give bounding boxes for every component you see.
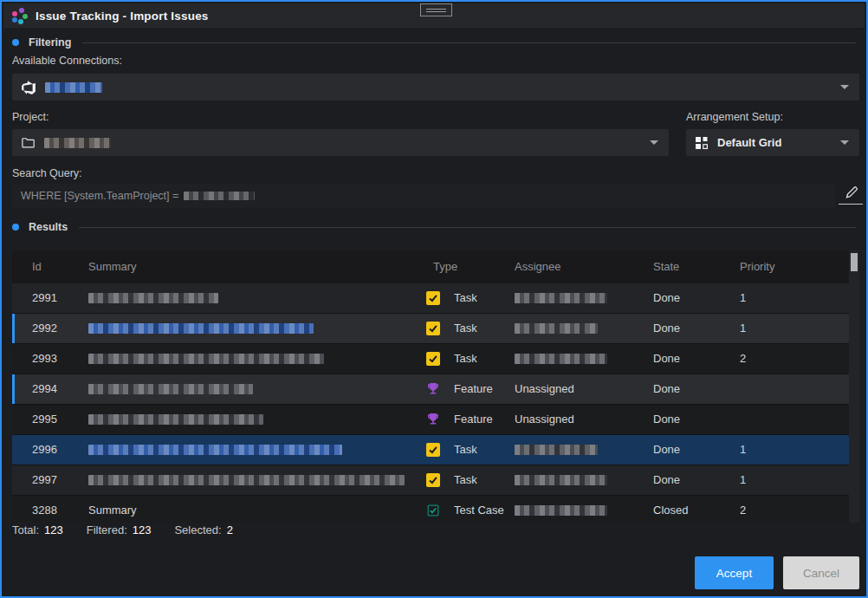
connections-label: Available Connections: (12, 55, 122, 67)
filtering-section-title: Filtering (29, 36, 71, 49)
caret-down-icon (840, 85, 849, 89)
scrollbar-thumb[interactable] (851, 253, 858, 271)
grid-header: Id Summary Type Assignee State Priority (12, 250, 859, 283)
results-section-header: Results (12, 221, 856, 233)
redacted-summary (88, 354, 324, 364)
cell-summary (88, 314, 314, 345)
cell-id: 2995 (32, 405, 57, 434)
edit-query-button[interactable] (839, 180, 864, 205)
cell-priority: 1 (740, 435, 746, 465)
caret-down-icon (840, 140, 849, 145)
redacted-assignee (515, 505, 607, 516)
feature-trophy-icon (426, 382, 440, 396)
task-icon-cell (426, 352, 440, 366)
results-grid: Id Summary Type Assignee State Priority … (12, 250, 859, 523)
cell-state: Done (653, 314, 680, 343)
redacted-summary (88, 445, 342, 455)
redacted-summary (88, 475, 405, 485)
edit-underline (839, 204, 863, 205)
cell-type: Task (454, 435, 477, 465)
import-issues-dialog: Issue Tracking - Import Issues Filtering… (0, 0, 868, 598)
task-check-icon (426, 291, 440, 305)
azure-devops-icon (21, 80, 36, 95)
cancel-button[interactable]: Cancel (783, 556, 859, 589)
cell-priority: 2 (740, 496, 746, 523)
redacted-assignee (515, 323, 598, 334)
cell-summary (88, 374, 253, 406)
grid-rows: 2991TaskDone12992TaskDone12993TaskDone22… (12, 283, 859, 523)
search-query-redacted (184, 192, 255, 200)
vertical-scrollbar[interactable] (849, 250, 859, 523)
connection-name-redacted (45, 82, 102, 93)
cell-assignee (515, 344, 607, 375)
table-row[interactable]: 2992TaskDone1 (12, 314, 859, 344)
redacted-summary (88, 384, 253, 394)
cell-type: Task (454, 344, 477, 374)
task-check-icon (426, 352, 440, 366)
total-value: 123 (44, 523, 63, 536)
cell-state: Done (653, 435, 680, 465)
task-icon-cell (426, 473, 440, 487)
task-icon-cell (426, 322, 440, 335)
cell-state: Closed (653, 496, 688, 523)
arrangement-select[interactable]: Default Grid (686, 129, 859, 156)
column-header-state[interactable]: State (653, 260, 679, 273)
feature-trophy-icon (426, 413, 440, 426)
cell-summary (88, 344, 324, 375)
filtered-value: 123 (133, 523, 152, 536)
caret-down-icon (650, 140, 658, 145)
column-header-id[interactable]: Id (32, 260, 42, 273)
cell-assignee (515, 435, 598, 466)
project-label: Project: (12, 111, 49, 123)
search-query-text: WHERE [System.TeamProject] = (21, 190, 178, 202)
cell-id: 2996 (32, 435, 57, 465)
cell-assignee (515, 283, 607, 315)
cell-summary (88, 465, 405, 497)
cell-summary: Summary (88, 496, 137, 523)
selected-label: Selected: (174, 523, 221, 536)
cell-assignee: Unassigned (515, 405, 574, 434)
redacted-summary (88, 323, 314, 334)
test-case-icon (426, 504, 440, 517)
table-row[interactable]: 2996TaskDone1 (12, 435, 859, 465)
cell-priority: 1 (740, 465, 746, 495)
cell-id: 3288 (32, 496, 57, 523)
table-row[interactable]: 2994FeatureUnassignedDone (12, 374, 859, 405)
cell-summary (88, 405, 263, 436)
dock-handle[interactable] (420, 3, 452, 16)
search-query-label: Search Query: (12, 167, 82, 179)
cell-state: Done (653, 283, 680, 313)
table-row[interactable]: 2995FeatureUnassignedDone (12, 405, 859, 435)
cell-state: Done (653, 374, 680, 404)
accept-button[interactable]: Accept (695, 556, 774, 589)
table-row[interactable]: 2991TaskDone1 (12, 283, 859, 314)
redacted-assignee (515, 475, 607, 485)
column-header-summary[interactable]: Summary (88, 260, 137, 273)
column-header-type[interactable]: Type (433, 260, 457, 273)
arrangement-label: Arrangement Setup: (686, 111, 783, 123)
arrangement-value: Default Grid (717, 136, 781, 149)
status-bar: Total:123 Filtered:123 Selected:2 (12, 523, 233, 536)
task-icon-cell (426, 291, 440, 305)
column-header-assignee[interactable]: Assignee (515, 260, 560, 273)
cell-id: 2993 (32, 344, 57, 374)
redacted-assignee (515, 354, 607, 364)
window-title: Issue Tracking - Import Issues (36, 10, 209, 23)
column-header-priority[interactable]: Priority (740, 260, 774, 273)
cell-priority: 1 (740, 283, 746, 313)
cell-assignee (515, 314, 598, 345)
search-query-field[interactable]: WHERE [System.TeamProject] = (12, 184, 835, 208)
task-check-icon (426, 443, 440, 457)
connection-select[interactable] (12, 74, 859, 101)
grid-icon (695, 136, 709, 150)
pencil-icon (843, 184, 860, 201)
table-row[interactable]: 2997TaskDone1 (12, 465, 859, 496)
testcase-icon-cell (426, 504, 440, 520)
task-icon-cell (426, 443, 440, 457)
table-row[interactable]: 3288SummaryTest CaseClosed2 (12, 496, 859, 523)
cell-type: Task (454, 314, 477, 343)
cell-id: 2994 (32, 374, 57, 404)
table-row[interactable]: 2993TaskDone2 (12, 344, 859, 374)
project-select[interactable] (12, 129, 669, 156)
cell-summary (88, 283, 218, 315)
